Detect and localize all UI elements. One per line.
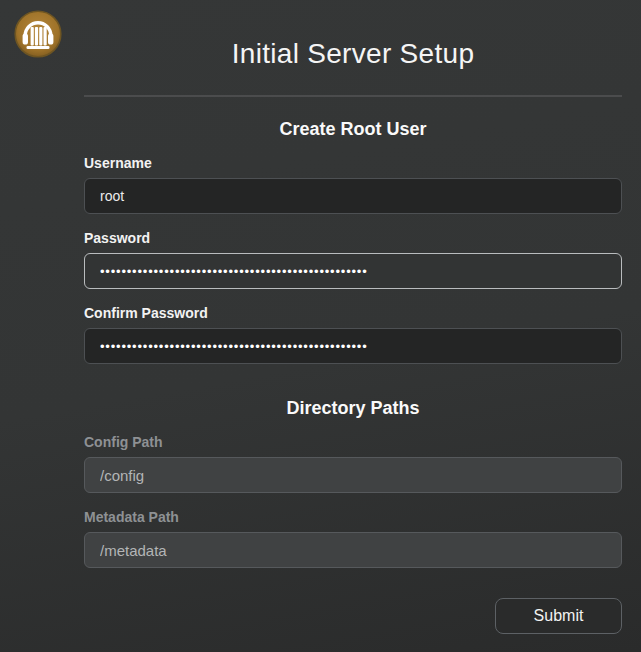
username-input[interactable] bbox=[84, 178, 622, 214]
divider bbox=[84, 95, 622, 97]
setup-form: Initial Server Setup Create Root User Us… bbox=[84, 0, 622, 634]
config-path-label: Config Path bbox=[84, 434, 622, 451]
confirm-password-label: Confirm Password bbox=[84, 305, 622, 322]
page-title: Initial Server Setup bbox=[84, 36, 622, 72]
submit-row: Submit bbox=[84, 598, 622, 634]
config-path-input bbox=[84, 457, 622, 493]
confirm-password-input[interactable] bbox=[84, 328, 622, 364]
audiobookshelf-logo-icon bbox=[14, 10, 62, 58]
section-heading-directory-paths: Directory Paths bbox=[84, 397, 622, 419]
metadata-path-input bbox=[84, 532, 622, 568]
submit-button[interactable]: Submit bbox=[495, 598, 622, 634]
password-label: Password bbox=[84, 230, 622, 247]
password-input[interactable] bbox=[84, 253, 622, 289]
metadata-path-label: Metadata Path bbox=[84, 509, 622, 526]
username-label: Username bbox=[84, 155, 622, 172]
initial-server-setup-page: Initial Server Setup Create Root User Us… bbox=[0, 0, 641, 652]
section-heading-create-root-user: Create Root User bbox=[84, 118, 622, 140]
